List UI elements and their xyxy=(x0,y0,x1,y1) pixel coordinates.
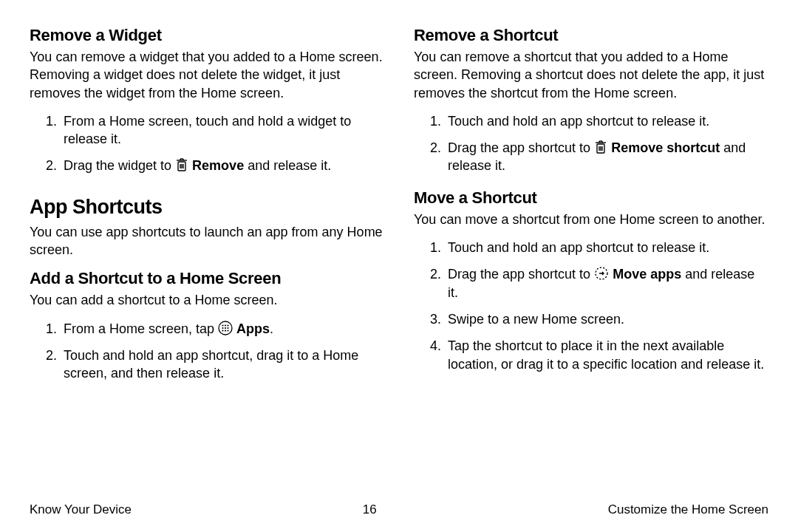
step-text: . xyxy=(270,321,273,336)
app-shortcuts-intro: You can use app shortcuts to launch an a… xyxy=(30,223,384,259)
left-column: Remove a Widget You can remove a widget … xyxy=(30,26,384,392)
list-item: From a Home screen, touch and hold a wid… xyxy=(61,112,384,149)
move-apps-icon xyxy=(594,266,609,281)
footer-left: Know Your Device xyxy=(30,502,132,517)
trash-icon xyxy=(175,157,188,172)
move-apps-label: Move apps xyxy=(613,267,681,282)
remove-shortcut-label: Remove shortcut xyxy=(611,140,720,155)
list-item: Drag the widget to Remove and release it… xyxy=(61,157,384,174)
remove-shortcut-intro: You can remove a shortcut that you added… xyxy=(414,48,768,102)
svg-point-12 xyxy=(222,327,223,329)
move-shortcut-steps: Touch and hold an app shortcut to releas… xyxy=(414,239,768,373)
svg-point-11 xyxy=(227,324,228,326)
step-text: Drag the app shortcut to xyxy=(448,140,594,155)
list-item: Touch and hold an app shortcut to releas… xyxy=(445,112,768,130)
remove-label: Remove xyxy=(192,158,244,173)
trash-icon xyxy=(594,140,607,154)
list-item: From a Home screen, tap Apps. xyxy=(61,320,384,338)
apps-grid-icon xyxy=(218,321,233,335)
svg-point-10 xyxy=(225,324,226,326)
move-shortcut-intro: You can move a shortcut from one Home sc… xyxy=(414,211,768,228)
remove-widget-heading: Remove a Widget xyxy=(30,26,384,45)
svg-point-14 xyxy=(227,327,228,329)
content-columns: Remove a Widget You can remove a widget … xyxy=(30,26,768,392)
list-item: Touch and hold an app shortcut, drag it … xyxy=(61,347,384,383)
app-shortcuts-heading: App Shortcuts xyxy=(30,196,384,219)
remove-widget-steps: From a Home screen, touch and hold a wid… xyxy=(30,112,384,175)
footer-right: Customize the Home Screen xyxy=(608,502,768,517)
add-shortcut-steps: From a Home screen, tap Apps. Touch and … xyxy=(30,320,384,383)
right-column: Remove a Shortcut You can remove a short… xyxy=(414,26,768,392)
page-footer: Know Your Device 16 Customize the Home S… xyxy=(30,502,768,517)
svg-point-15 xyxy=(222,330,223,331)
page-number: 16 xyxy=(363,502,377,517)
svg-point-17 xyxy=(227,330,228,331)
list-item: Swipe to a new Home screen. xyxy=(445,310,768,328)
list-item: Touch and hold an app shortcut to releas… xyxy=(445,239,768,256)
remove-shortcut-steps: Touch and hold an app shortcut to releas… xyxy=(414,112,768,175)
svg-point-9 xyxy=(222,324,223,326)
apps-label: Apps xyxy=(236,321,270,336)
step-text: Drag the widget to xyxy=(64,158,175,173)
remove-widget-intro: You can remove a widget that you added t… xyxy=(30,48,384,102)
step-text: From a Home screen, tap xyxy=(64,321,218,336)
step-text: and release it. xyxy=(244,158,331,173)
svg-point-16 xyxy=(225,330,226,331)
add-shortcut-intro: You can add a shortcut to a Home screen. xyxy=(30,291,384,309)
remove-shortcut-heading: Remove a Shortcut xyxy=(414,26,768,45)
step-text: Drag the app shortcut to xyxy=(448,267,594,282)
list-item: Tap the shortcut to place it in the next… xyxy=(445,337,768,373)
list-item: Drag the app shortcut to Move apps and r… xyxy=(445,265,768,301)
list-item: Drag the app shortcut to Remove shortcut… xyxy=(445,139,768,175)
move-shortcut-heading: Move a Shortcut xyxy=(414,188,768,208)
svg-point-13 xyxy=(225,327,226,329)
add-shortcut-heading: Add a Shortcut to a Home Screen xyxy=(30,269,384,288)
